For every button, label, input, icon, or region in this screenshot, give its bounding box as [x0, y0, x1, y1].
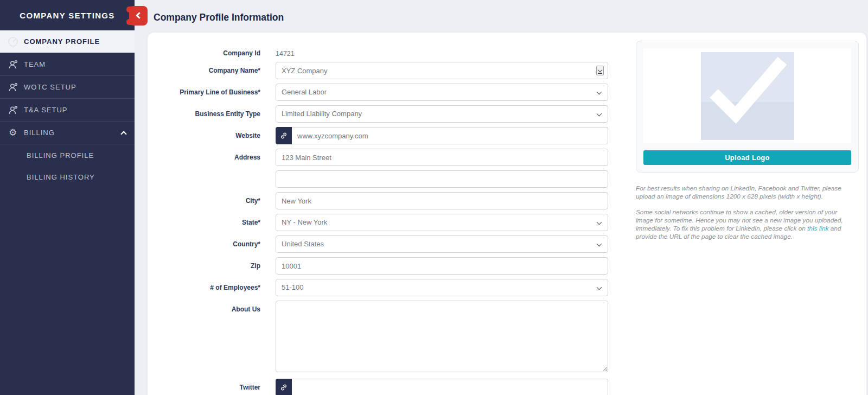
form-row-employees: # of Employees* 51-100 — [148, 279, 625, 296]
chevron-down-icon — [597, 220, 602, 225]
user-icon — [5, 60, 21, 69]
twitter-input[interactable] — [292, 379, 608, 395]
chevron-up-icon — [120, 131, 126, 137]
content-card: Company Id 14721 Company Name* Primary L… — [148, 33, 866, 395]
chevron-down-icon — [597, 90, 602, 95]
company-id-value: 14721 — [276, 44, 608, 58]
checkmark-logo — [701, 52, 794, 140]
sidebar-subitem-label: BILLING PROFILE — [27, 151, 94, 160]
sidebar-title: COMPANY SETTINGS — [0, 0, 135, 30]
sidebar-item-label: T&A SETUP — [24, 106, 68, 114]
entity-type-select[interactable]: Limited Liability Company — [276, 105, 608, 123]
state-select[interactable]: NY - New York — [276, 214, 608, 231]
company-name-label: Company Name* — [148, 62, 260, 79]
upload-notes: For best results when sharing on LinkedI… — [636, 184, 852, 241]
primary-line-select[interactable]: General Labor — [276, 84, 608, 101]
zip-label: Zip — [148, 257, 260, 275]
form-row-company-name: Company Name* — [148, 62, 625, 79]
website-input[interactable] — [292, 127, 608, 144]
primary-line-label: Primary Line of Business* — [148, 84, 260, 101]
city-label: City* — [148, 192, 260, 209]
screen: COMPANY SETTINGS COMPANY PROFILE TEAM — [0, 0, 868, 395]
form-row-twitter: Twitter — [148, 379, 625, 395]
form-row-about: About Us — [148, 301, 625, 374]
form-row-entity-type: Business Entity Type Limited Liability C… — [148, 105, 625, 123]
entity-type-value: Limited Liability Company — [282, 110, 362, 118]
sidebar: COMPANY SETTINGS COMPANY PROFILE TEAM — [0, 0, 135, 395]
entity-type-label: Business Entity Type — [148, 105, 260, 123]
about-label: About Us — [148, 301, 260, 374]
link-icon — [276, 127, 292, 144]
form-row-website: Website — [148, 127, 625, 144]
sidebar-item-label: BILLING — [24, 129, 55, 137]
form-row-country: Country* United States — [148, 235, 625, 253]
chevron-down-icon — [597, 111, 602, 117]
sidebar-item-wotc-setup[interactable]: WOTC SETUP — [0, 76, 135, 99]
sidebar-item-label: WOTC SETUP — [24, 83, 76, 91]
sidebar-item-company-profile[interactable]: COMPANY PROFILE — [0, 30, 135, 53]
link-icon — [276, 379, 292, 395]
page-title: Company Profile Information — [154, 12, 284, 23]
company-logo-preview — [643, 48, 851, 143]
sidebar-item-label: TEAM — [24, 60, 46, 68]
sidebar-item-billing-profile[interactable]: BILLING PROFILE — [0, 144, 135, 166]
sidebar-collapse-button[interactable] — [129, 6, 148, 26]
twitter-label: Twitter — [148, 379, 260, 395]
sidebar-item-label: COMPANY PROFILE — [24, 37, 100, 46]
state-label: State* — [148, 214, 260, 231]
upload-logo-button[interactable]: Upload Logo — [643, 150, 851, 165]
zip-input[interactable] — [276, 257, 608, 275]
user-icon — [5, 82, 21, 92]
form-row-zip: Zip — [148, 257, 625, 275]
sidebar-item-team[interactable]: TEAM — [0, 53, 135, 76]
upload-note-dimensions: For best results when sharing on LinkedI… — [636, 184, 852, 201]
sidebar-item-ta-setup[interactable]: T&A SETUP — [0, 99, 135, 122]
employees-value: 51-100 — [282, 283, 303, 291]
chevron-down-icon — [597, 285, 602, 290]
gear-icon: ⚙ — [5, 128, 21, 137]
website-label: Website — [148, 127, 260, 144]
form-row-company-id: Company Id 14721 — [148, 44, 625, 58]
form-row-address1: Address — [148, 149, 625, 166]
form-row-address2 — [148, 170, 625, 188]
sidebar-item-billing-history[interactable]: BILLING HISTORY — [0, 166, 135, 188]
employees-select[interactable]: 51-100 — [276, 279, 608, 296]
form-row-primary-line: Primary Line of Business* General Labor — [148, 84, 625, 101]
dashboard-icon — [5, 36, 21, 48]
employees-label: # of Employees* — [148, 279, 260, 296]
country-select[interactable]: United States — [276, 235, 608, 253]
upload-note-cache: Some social networks continue to show a … — [636, 208, 852, 241]
extension-autofill-icon[interactable] — [596, 66, 604, 75]
address-line2-input[interactable] — [276, 170, 608, 188]
clear-cache-link[interactable]: this link — [807, 225, 828, 232]
logo-column: Upload Logo For best results when sharin… — [636, 41, 859, 249]
country-label: Country* — [148, 235, 260, 253]
address-label: Address — [148, 149, 260, 166]
about-us-textarea[interactable] — [276, 301, 608, 372]
company-profile-form: Company Id 14721 Company Name* Primary L… — [148, 44, 625, 395]
address2-label — [148, 170, 260, 188]
company-name-input[interactable] — [276, 62, 608, 79]
sidebar-subitem-label: BILLING HISTORY — [27, 173, 95, 181]
chevron-down-icon — [597, 241, 602, 247]
state-value: NY - New York — [282, 218, 327, 226]
logo-panel: Upload Logo — [636, 41, 859, 173]
company-id-label: Company Id — [148, 44, 260, 58]
user-icon — [5, 105, 21, 115]
sidebar-item-billing[interactable]: ⚙ BILLING — [0, 122, 135, 144]
primary-line-value: General Labor — [282, 88, 327, 96]
chevron-left-icon — [136, 12, 143, 19]
form-row-city: City* — [148, 192, 625, 209]
address-line1-input[interactable] — [276, 149, 608, 166]
country-value: United States — [282, 240, 324, 248]
city-input[interactable] — [276, 192, 608, 209]
form-row-state: State* NY - New York — [148, 214, 625, 231]
